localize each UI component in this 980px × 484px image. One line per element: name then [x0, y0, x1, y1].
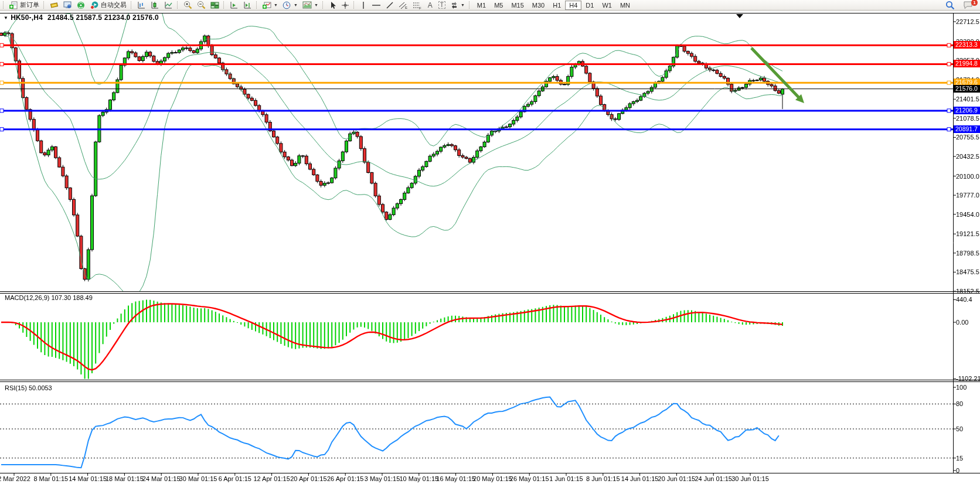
new-order-icon	[9, 1, 18, 9]
terminal-icon	[63, 1, 72, 9]
toolbar-grip[interactable]	[256, 1, 258, 9]
fibonacci-tool-button[interactable]: F	[410, 1, 424, 10]
chart-shift-button[interactable]	[241, 1, 254, 10]
text-label-icon: T	[438, 1, 445, 9]
periods-button[interactable]: ▼	[280, 1, 300, 10]
crosshair-icon	[341, 1, 349, 9]
chevron-down-icon: ▼	[461, 3, 465, 7]
signal-icon	[77, 1, 86, 9]
trendline-icon	[386, 1, 394, 9]
chart-shift-icon	[243, 1, 252, 9]
text-tool-icon: A	[428, 1, 433, 9]
notifications-button[interactable]: 1	[961, 1, 975, 10]
notification-badge: 1	[971, 0, 978, 6]
chevron-down-icon: ▼	[314, 3, 318, 7]
new-order-label: 新订单	[20, 1, 39, 9]
svg-text:F: F	[419, 6, 421, 9]
fibonacci-icon: F	[413, 1, 422, 9]
new-order-button[interactable]: 新订单	[7, 1, 42, 10]
svg-text:E: E	[405, 6, 407, 9]
search-icon	[945, 1, 955, 10]
line-chart-mode-button[interactable]	[162, 1, 175, 10]
chevron-down-icon: ▼	[294, 3, 298, 7]
timeframe-m5[interactable]: M5	[490, 1, 507, 10]
auto-scroll-button[interactable]	[227, 1, 241, 10]
toolbar-grip[interactable]	[469, 1, 471, 9]
timeframe-m1[interactable]: M1	[473, 1, 490, 10]
zoom-out-icon	[197, 1, 206, 9]
candlestick-icon	[151, 1, 159, 9]
trendline-tool-button[interactable]	[383, 1, 396, 10]
tile-windows-icon	[210, 1, 219, 9]
toolbar-grip[interactable]	[223, 1, 225, 9]
gold-chart-icon	[50, 1, 59, 9]
zoom-in-button[interactable]	[181, 1, 195, 10]
horizontal-line-tool-button[interactable]	[369, 1, 383, 10]
vertical-line-icon	[360, 1, 367, 9]
zoom-out-button[interactable]	[195, 1, 208, 10]
search-button[interactable]	[943, 1, 957, 10]
toolbar-grip[interactable]	[353, 1, 355, 9]
cursor-icon	[329, 1, 336, 9]
indicators-button[interactable]: ▼	[260, 1, 280, 10]
add-indicator-icon	[263, 1, 271, 9]
toolbar-grip[interactable]	[3, 1, 5, 9]
timeframe-d1[interactable]: D1	[581, 1, 598, 10]
equidistant-channel-icon: E	[399, 1, 408, 9]
auto-trading-label: 自动交易	[101, 1, 127, 9]
chart-area[interactable]	[0, 0, 980, 484]
clock-icon	[283, 1, 291, 9]
toolbar-grip[interactable]	[322, 1, 324, 9]
timeframe-m15[interactable]: M15	[507, 1, 528, 10]
horizontal-line-icon	[372, 1, 381, 9]
arrows-tool-button[interactable]: ▼	[448, 1, 467, 10]
toolbar-grip[interactable]	[131, 1, 132, 9]
mt4-application-window: { "toolbar": { "new_order_label": "新订单",…	[0, 0, 980, 484]
toolbar-grip[interactable]	[43, 1, 45, 9]
auto-scroll-icon	[230, 1, 239, 9]
signals-button[interactable]	[74, 1, 88, 10]
cursor-tool-button[interactable]	[326, 1, 339, 10]
templates-button[interactable]: ▼	[300, 1, 321, 10]
text-tool-button[interactable]: A	[424, 1, 436, 10]
arrows-icon	[450, 1, 458, 9]
timeframe-h4[interactable]: H4	[565, 1, 581, 10]
timeframe-mn[interactable]: MN	[616, 1, 634, 10]
text-label-tool-button[interactable]: T	[436, 1, 448, 10]
auto-trading-icon	[90, 1, 99, 9]
market-watch-button[interactable]	[47, 1, 61, 10]
crosshair-tool-button[interactable]	[339, 1, 352, 10]
vertical-line-tool-button[interactable]	[358, 1, 369, 10]
tile-windows-button[interactable]	[208, 1, 222, 10]
line-chart-icon	[164, 1, 173, 9]
terminal-button[interactable]	[61, 1, 74, 10]
auto-trading-button[interactable]: 自动交易	[88, 1, 129, 10]
bar-chart-mode-button[interactable]	[135, 1, 148, 10]
timeframe-w1[interactable]: W1	[598, 1, 616, 10]
toolbar-grip[interactable]	[177, 1, 179, 9]
timeframe-m30[interactable]: M30	[528, 1, 549, 10]
chevron-down-icon: ▼	[274, 3, 278, 7]
candlestick-mode-button[interactable]	[148, 1, 162, 10]
chart-template-icon	[302, 1, 312, 9]
timeframe-group: M1M5M15M30H1H4D1W1MN	[473, 1, 634, 10]
timeframe-h1[interactable]: H1	[549, 1, 565, 10]
bar-chart-icon	[137, 1, 146, 9]
zoom-in-icon	[183, 1, 192, 9]
channel-tool-button[interactable]: E	[396, 1, 410, 10]
toolbar: 新订单	[0, 0, 980, 11]
